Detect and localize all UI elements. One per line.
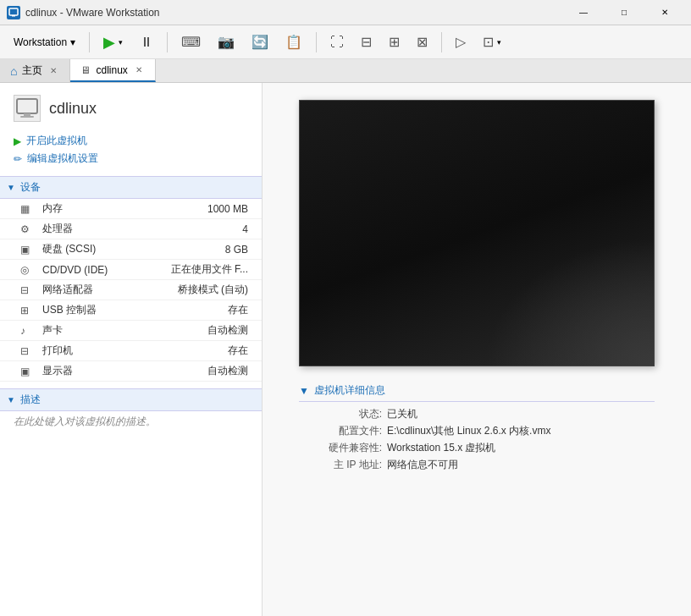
vm-title: cdlinux bbox=[49, 100, 97, 118]
play-dropdown-icon: ▾ bbox=[119, 38, 123, 47]
device-processor[interactable]: ⚙ 处理器 4 bbox=[0, 219, 262, 239]
sound-name: 声卡 bbox=[42, 323, 207, 338]
restore-snapshot-button[interactable]: 🔄 bbox=[245, 30, 275, 53]
fullscreen-icon: ⛶ bbox=[330, 35, 344, 50]
play-button[interactable]: ▶ ▾ bbox=[97, 30, 130, 55]
toolbar-separator-4 bbox=[441, 32, 442, 52]
device-printer[interactable]: ⊟ 打印机 存在 bbox=[0, 341, 262, 361]
close-button[interactable]: ✕ bbox=[645, 0, 684, 25]
device-usb[interactable]: ⊞ USB 控制器 存在 bbox=[0, 300, 262, 321]
devices-section-label: 设备 bbox=[20, 180, 41, 195]
settings-icon: ⊡ bbox=[483, 34, 494, 50]
cddvd-value: 正在使用文件 F... bbox=[171, 262, 248, 277]
svg-rect-3 bbox=[24, 113, 30, 116]
usb-icon: ⊞ bbox=[20, 305, 37, 316]
console-icon: ▷ bbox=[456, 34, 466, 50]
description-section-header[interactable]: ▼ 描述 bbox=[0, 388, 262, 411]
description-section-label: 描述 bbox=[20, 393, 41, 407]
tab-home-close[interactable]: ✕ bbox=[47, 65, 59, 77]
vm-details-section: ▼ 虚拟机详细信息 状态: 已关机 配置文件: E:\cdlinux\其他 Li… bbox=[299, 380, 655, 472]
window-title: cdlinux - VMware Workstation bbox=[25, 7, 564, 19]
manager-icon: 📋 bbox=[285, 34, 302, 50]
vm-screen[interactable] bbox=[299, 100, 655, 366]
pause-button[interactable]: ⏸ bbox=[133, 31, 160, 53]
app-icon bbox=[7, 6, 20, 19]
printer-icon: ⊟ bbox=[20, 345, 37, 357]
detail-row-config: 配置文件: E:\cdlinux\其他 Linux 2.6.x 内核.vmx bbox=[306, 424, 655, 438]
detail-label-ip: 主 IP 地址: bbox=[306, 458, 382, 472]
usb-value: 存在 bbox=[228, 303, 248, 317]
vm-tab-icon: 🖥 bbox=[80, 64, 91, 76]
detail-value-compat: Workstation 15.x 虚拟机 bbox=[387, 441, 495, 455]
network-value: 桥接模式 (自动) bbox=[178, 283, 248, 297]
snapshot-button[interactable]: 📷 bbox=[211, 30, 241, 53]
view-switch-button[interactable]: ⊞ bbox=[382, 30, 406, 53]
vm-details-header[interactable]: ▼ 虚拟机详细信息 bbox=[299, 380, 655, 402]
start-vm-link[interactable]: ▶ 开启此虚拟机 bbox=[14, 134, 248, 148]
device-harddisk[interactable]: ▣ 硬盘 (SCSI) 8 GB bbox=[0, 239, 262, 260]
harddisk-name: 硬盘 (SCSI) bbox=[42, 242, 225, 256]
toolbar-separator-1 bbox=[89, 32, 90, 52]
workstation-label: Workstation bbox=[14, 36, 67, 48]
view-unity-button[interactable]: ⊟ bbox=[354, 30, 379, 53]
display-icon: ▣ bbox=[20, 366, 37, 377]
tab-home[interactable]: ⌂ 主页 ✕ bbox=[0, 59, 70, 82]
processor-value: 4 bbox=[242, 223, 248, 235]
memory-icon: ▦ bbox=[20, 203, 37, 215]
action-links: ▶ 开启此虚拟机 ✏ 编辑虚拟机设置 bbox=[0, 130, 262, 176]
device-network[interactable]: ⊟ 网络适配器 桥接模式 (自动) bbox=[0, 280, 262, 300]
detail-label-config: 配置文件: bbox=[306, 424, 382, 438]
sound-value: 自动检测 bbox=[207, 323, 248, 338]
toolbar: Workstation ▾ ▶ ▾ ⏸ ⌨ 📷 🔄 📋 ⛶ ⊟ ⊞ ⊠ ▷ ⊡ … bbox=[0, 25, 691, 59]
detail-row-status: 状态: 已关机 bbox=[306, 407, 655, 421]
detail-value-config: E:\cdlinux\其他 Linux 2.6.x 内核.vmx bbox=[387, 424, 550, 438]
workstation-menu-button[interactable]: Workstation ▾ bbox=[7, 33, 82, 52]
description-placeholder[interactable]: 在此处键入对该虚拟机的描述。 bbox=[0, 411, 262, 432]
dropdown-arrow-icon: ▾ bbox=[70, 36, 75, 48]
start-vm-icon: ▶ bbox=[14, 135, 21, 147]
view-switch2-button[interactable]: ⊠ bbox=[410, 30, 434, 53]
play-icon: ▶ bbox=[103, 33, 115, 52]
console-button[interactable]: ▷ bbox=[449, 30, 473, 53]
svg-rect-1 bbox=[12, 15, 15, 17]
device-cddvd[interactable]: ◎ CD/DVD (IDE) 正在使用文件 F... bbox=[0, 260, 262, 280]
printer-value: 存在 bbox=[228, 344, 248, 358]
vm-details-content: 状态: 已关机 配置文件: E:\cdlinux\其他 Linux 2.6.x … bbox=[299, 407, 655, 472]
view-fullscreen-button[interactable]: ⛶ bbox=[323, 31, 351, 53]
harddisk-icon: ▣ bbox=[20, 244, 37, 256]
keyboard-icon: ⌨ bbox=[181, 34, 201, 50]
minimize-button[interactable]: — bbox=[564, 0, 603, 25]
usb-name: USB 控制器 bbox=[42, 303, 228, 317]
window-controls: — □ ✕ bbox=[564, 0, 684, 25]
tab-cdlinux-label: cdlinux bbox=[96, 64, 127, 76]
detail-row-ip: 主 IP 地址: 网络信息不可用 bbox=[306, 458, 655, 472]
restore-icon: 🔄 bbox=[252, 34, 268, 50]
description-section: ▼ 描述 在此处键入对该虚拟机的描述。 bbox=[0, 388, 262, 432]
device-display[interactable]: ▣ 显示器 自动检测 bbox=[0, 361, 262, 382]
network-icon: ⊟ bbox=[20, 284, 37, 296]
switch2-icon: ⊠ bbox=[417, 34, 428, 50]
svg-rect-4 bbox=[20, 116, 34, 118]
tab-cdlinux[interactable]: 🖥 cdlinux ✕ bbox=[70, 59, 155, 82]
network-name: 网络适配器 bbox=[42, 283, 178, 297]
edit-vm-link[interactable]: ✏ 编辑虚拟机设置 bbox=[14, 151, 248, 166]
device-memory[interactable]: ▦ 内存 1000 MB bbox=[0, 199, 262, 219]
settings-dropdown-icon: ▾ bbox=[497, 38, 501, 47]
detail-value-ip: 网络信息不可用 bbox=[387, 458, 458, 472]
vm-header-icon bbox=[14, 95, 41, 122]
detail-label-status: 状态: bbox=[306, 407, 382, 421]
harddisk-value: 8 GB bbox=[225, 244, 248, 256]
switch-icon: ⊞ bbox=[389, 34, 400, 50]
view-settings-button[interactable]: ⊡ ▾ bbox=[476, 30, 508, 53]
pause-icon: ⏸ bbox=[140, 35, 153, 50]
cddvd-icon: ◎ bbox=[20, 264, 37, 276]
memory-value: 1000 MB bbox=[207, 203, 248, 215]
tab-cdlinux-close[interactable]: ✕ bbox=[133, 64, 145, 76]
left-panel: cdlinux ▶ 开启此虚拟机 ✏ 编辑虚拟机设置 ▼ 设备 ▦ 内存 10 bbox=[0, 83, 263, 616]
devices-section-header[interactable]: ▼ 设备 bbox=[0, 176, 262, 199]
send-ctrl-alt-del-button[interactable]: ⌨ bbox=[174, 30, 207, 53]
vm-header: cdlinux bbox=[0, 90, 262, 130]
maximize-button[interactable]: □ bbox=[605, 0, 644, 25]
snapshot-manager-button[interactable]: 📋 bbox=[279, 30, 309, 53]
device-sound[interactable]: ♪ 声卡 自动检测 bbox=[0, 321, 262, 341]
